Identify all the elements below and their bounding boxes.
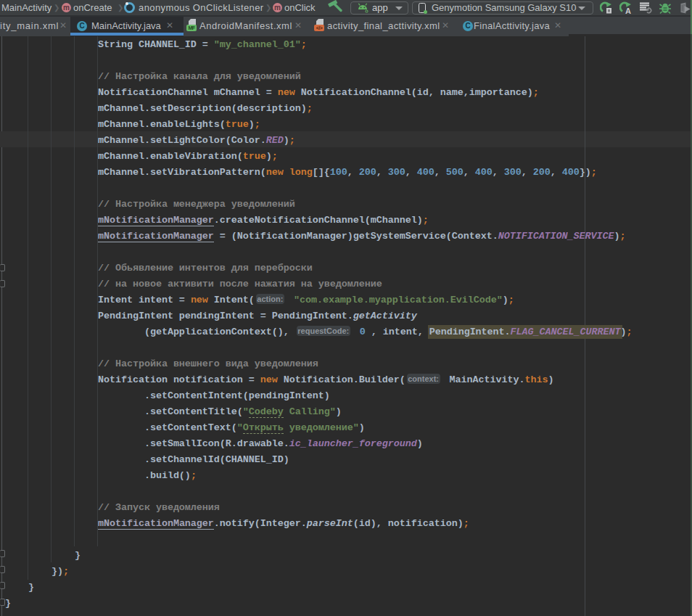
- svg-text:A: A: [625, 7, 631, 15]
